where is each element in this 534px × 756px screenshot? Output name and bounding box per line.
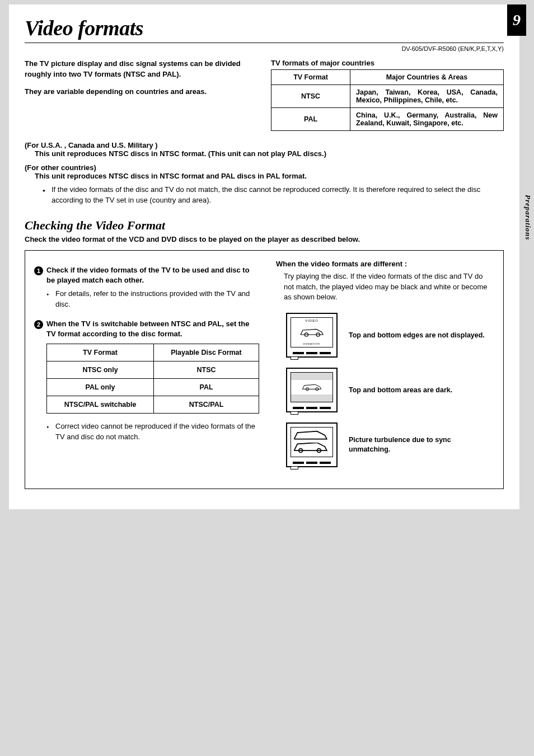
region2-body: This unit reproduces NTSC discs in NTSC … xyxy=(35,172,504,180)
mismatch-item-2: Top and bottom areas are dark. xyxy=(286,368,494,412)
tv-screen-letterbox-icon xyxy=(291,372,333,402)
playable-th-disc: Playable Disc Format xyxy=(154,344,259,361)
page-title: Video formats xyxy=(25,16,504,40)
mismatch-item-1: VIDEO KENWOOD Top and bottom edges are n… xyxy=(286,313,494,358)
left-note-list: Correct video cannot be reproduced if th… xyxy=(46,421,259,443)
tv-icon xyxy=(286,368,338,412)
formats-cell: PAL xyxy=(271,108,350,131)
tv-icon: VIDEO KENWOOD xyxy=(286,313,338,358)
manual-page: 9 Preparations Video formats DV-605/DVF-… xyxy=(9,4,519,509)
playable-cell: PAL only xyxy=(47,379,154,396)
subheading: Checking the Video Format xyxy=(25,218,504,233)
tv-screen-sync-icon xyxy=(291,427,333,457)
formats-table-caption: TV formats of major countries xyxy=(271,59,504,67)
step-1-bullet: For details, refer to the instructions p… xyxy=(46,289,259,310)
playable-th-tv: TV Format xyxy=(47,344,154,361)
note-list: If the video formats of the disc and TV … xyxy=(43,185,504,206)
step-2-badge: 2 xyxy=(34,320,43,329)
subhead-desc: Check the video format of the VCD and DV… xyxy=(25,235,504,243)
mismatch-item-3: Picture turbulence due to sync unmatchin… xyxy=(286,422,494,467)
title-rule xyxy=(25,43,504,43)
region1-body: This unit reproduces NTSC discs in NTSC … xyxy=(35,149,504,158)
right-desc: Try playing the disc. If the video forma… xyxy=(284,271,494,303)
region-block-2: (For other countries) This unit reproduc… xyxy=(25,163,504,180)
intro-row: The TV picture display and disc signal s… xyxy=(25,59,504,131)
formats-th-countries: Major Countries & Areas xyxy=(350,70,504,85)
intro-p1: The TV picture display and disc signal s… xyxy=(25,59,257,80)
note-bullet: If the video formats of the disc and TV … xyxy=(43,185,504,206)
playable-cell: NTSC/PAL xyxy=(154,396,259,414)
box-right-col: When the video formats are different : T… xyxy=(273,260,494,478)
playable-cell: NTSC xyxy=(154,361,259,379)
formats-th-format: TV Format xyxy=(271,70,350,85)
step-2: 2 When the TV is switchable between NTSC… xyxy=(34,319,259,339)
left-note: Correct video cannot be reproduced if th… xyxy=(46,421,259,443)
region-block-1: (For U.S.A. , Canada and U.S. Military )… xyxy=(25,141,504,158)
model-line: DV-605/DVF-R5060 (EN/K,P,E,T,X,Y) xyxy=(25,45,504,52)
formats-cell: NTSC xyxy=(271,85,350,108)
playable-cell: NTSC only xyxy=(47,361,154,379)
right-heading: When the video formats are different : xyxy=(276,260,494,268)
section-side-tab: Preparations xyxy=(523,195,532,240)
region1-header: (For U.S.A. , Canada and U.S. Military ) xyxy=(25,141,504,149)
box-columns: 1 Check if the video formats of the TV t… xyxy=(34,260,494,478)
mismatch-text-2: Top and bottom areas are dark. xyxy=(349,386,452,395)
formats-table-col: TV formats of major countries TV Format … xyxy=(271,59,504,131)
tv-screen-crop-icon: VIDEO KENWOOD xyxy=(291,317,333,348)
region2-header: (For other countries) xyxy=(25,163,504,172)
brand-label: KENWOOD xyxy=(291,342,332,346)
formats-cell: Japan, Taiwan, Korea, USA, Canada, Mexic… xyxy=(350,85,504,108)
formats-table: TV Format Major Countries & Areas NTSC J… xyxy=(271,69,504,131)
formats-cell: China, U.K., Germany, Australia, New Zea… xyxy=(350,108,504,131)
step-1: 1 Check if the video formats of the TV t… xyxy=(34,265,259,285)
instruction-box: 1 Check if the video formats of the TV t… xyxy=(25,250,504,490)
intro-text-col: The TV picture display and disc signal s… xyxy=(25,59,257,131)
tv-icon xyxy=(286,422,338,467)
step-1-sublist: For details, refer to the instructions p… xyxy=(46,289,259,310)
video-label: VIDEO xyxy=(291,319,332,322)
step-1-badge: 1 xyxy=(34,266,43,275)
box-left-col: 1 Check if the video formats of the TV t… xyxy=(34,260,259,478)
intro-p2: They are variable depending on countries… xyxy=(25,87,257,97)
playable-cell: NTSC/PAL switchable xyxy=(47,396,154,414)
mismatch-text-3: Picture turbulence due to sync unmatchin… xyxy=(349,435,494,454)
page-number-badge: 9 xyxy=(507,4,526,36)
step-1-text: Check if the video formats of the TV to … xyxy=(46,265,259,285)
mismatch-text-1: Top and bottom edges are not displayed. xyxy=(349,331,485,340)
playable-table: TV Format Playable Disc Format NTSC only… xyxy=(46,344,259,414)
playable-cell: PAL xyxy=(154,379,259,396)
step-2-text: When the TV is switchable between NTSC a… xyxy=(46,319,259,339)
